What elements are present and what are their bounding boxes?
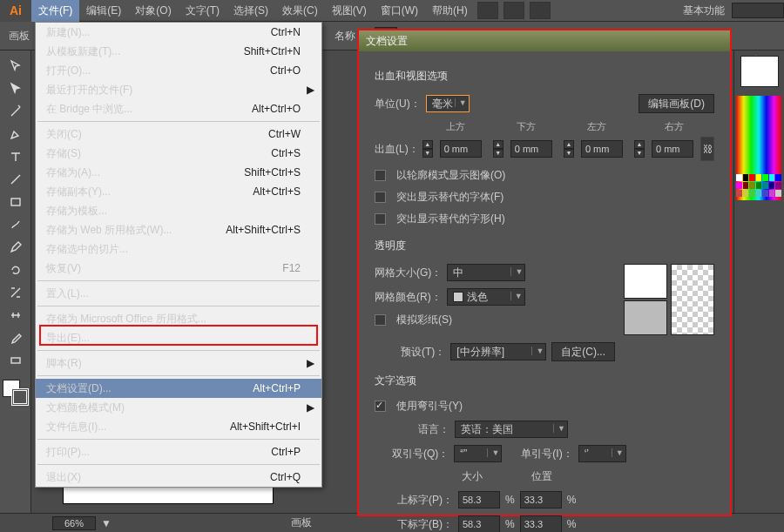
simulate-paper-label: 模拟彩纸(S) [396, 313, 452, 327]
preset-select[interactable]: [中分辨率]▼ [450, 343, 546, 360]
menu-item[interactable]: 存储为 Microsoft Office 所用格式... [36, 309, 321, 328]
pct-label: % [505, 494, 515, 506]
grid-size-select[interactable]: 中▼ [447, 264, 525, 281]
menu-item[interactable]: 关闭(C)Ctrl+W [36, 125, 321, 144]
status-artboard-label: 画板 [291, 515, 312, 530]
menu-item[interactable]: 导出(E)... [36, 328, 321, 347]
menu-item[interactable]: 脚本(R)▶ [36, 354, 321, 373]
preview-checker [671, 264, 714, 335]
section-type: 文字选项 [375, 374, 714, 388]
menu-item[interactable]: 存储为 Web 所用格式(W)...Alt+Shift+Ctrl+S [36, 220, 321, 239]
bleed-left-label: 左方 [564, 120, 631, 133]
language-select[interactable]: 英语：美国▼ [455, 421, 568, 438]
single-quote-select[interactable]: ‘’▼ [578, 445, 626, 462]
superscript-size-field[interactable]: 58.3 [458, 491, 500, 508]
menu-item[interactable]: 新建(N)...Ctrl+N [36, 23, 321, 42]
bleed-right-stepper[interactable]: ▲▼ [634, 140, 645, 158]
bleed-top-stepper[interactable]: ▲▼ [422, 140, 433, 158]
menu-item: 恢复(V)F12 [36, 259, 321, 278]
menu-item[interactable]: 文档设置(D)...Alt+Ctrl+P [36, 379, 321, 398]
arrange-icon[interactable] [530, 2, 551, 19]
menu-object[interactable]: 对象(O) [128, 0, 178, 22]
swatch-grid[interactable] [736, 174, 781, 244]
menu-item[interactable]: 存储(S)Ctrl+S [36, 144, 321, 163]
menubar: Ai 文件(F) 编辑(E) 对象(O) 文字(T) 选择(S) 效果(C) 视… [0, 0, 784, 22]
menu-select[interactable]: 选择(S) [226, 0, 275, 22]
menu-window[interactable]: 窗口(W) [374, 0, 425, 22]
workspace-label[interactable]: 基本功能 [683, 3, 725, 18]
menu-edit[interactable]: 编辑(E) [79, 0, 128, 22]
zoom-field[interactable]: 66% [52, 516, 96, 530]
subscript-size-field[interactable]: 58.3 [458, 515, 500, 532]
line-tool-icon[interactable] [4, 169, 27, 190]
menu-help[interactable]: 帮助(H) [425, 0, 475, 22]
scale-tool-icon[interactable] [4, 282, 27, 303]
menu-item[interactable]: 打印(P)...Ctrl+P [36, 442, 321, 461]
type-tool-icon[interactable] [4, 146, 27, 167]
bleed-right-label: 右方 [634, 120, 714, 133]
highlight-glyphs-checkbox[interactable] [375, 213, 386, 225]
highlight-fonts-label: 突出显示替代的字体(F) [396, 190, 504, 205]
brush-tool-icon[interactable] [4, 214, 27, 235]
menu-item[interactable]: 在 Bridge 中浏览...Alt+Ctrl+O [36, 99, 321, 118]
custom-button[interactable]: 自定(C)... [551, 342, 615, 361]
double-quote-label: 双引号(Q)： [392, 447, 449, 461]
menu-file[interactable]: 文件(F) [31, 0, 79, 22]
pen-tool-icon[interactable] [4, 124, 27, 145]
menu-item[interactable]: 存储副本(Y)...Alt+Ctrl+S [36, 182, 321, 201]
bleed-bottom-stepper[interactable]: ▲▼ [493, 140, 504, 158]
selection-tool-icon[interactable] [4, 56, 27, 77]
toolbox [0, 51, 31, 521]
menu-item[interactable]: 最近打开的文件(F)▶ [36, 80, 321, 99]
dialog-title: 文档设置 [359, 30, 730, 51]
pencil-tool-icon[interactable] [4, 237, 27, 258]
double-quote-select[interactable]: “”▼ [454, 445, 502, 462]
menu-item[interactable]: 退出(X)Ctrl+Q [36, 468, 321, 487]
subscript-pos-field[interactable]: 33.3 [520, 515, 562, 532]
menu-item[interactable]: 存储为(A)...Shift+Ctrl+S [36, 163, 321, 182]
highlight-fonts-checkbox[interactable] [375, 192, 386, 203]
bleed-bottom-field[interactable]: 0 mm [510, 140, 552, 158]
menu-view[interactable]: 视图(V) [325, 0, 374, 22]
rotate-tool-icon[interactable] [4, 259, 27, 280]
current-color-swatch[interactable] [740, 56, 779, 87]
superscript-label: 上标字(P)： [392, 493, 453, 508]
menu-item[interactable]: 打开(O)...Ctrl+O [36, 61, 321, 80]
menu-item[interactable]: 文档颜色模式(M)▶ [36, 398, 321, 417]
document-setup-dialog: 文档设置 出血和视图选项 单位(U)： 毫米▼ 编辑画板(D) 上方 下方 左方… [357, 29, 732, 516]
fill-stroke-icon[interactable] [3, 380, 29, 406]
direct-select-icon[interactable] [4, 78, 27, 99]
unit-select[interactable]: 毫米▼ [426, 95, 470, 112]
bleed-right-field[interactable]: 0 mm [652, 140, 693, 158]
menu-item[interactable]: 存储为模板... [36, 201, 321, 220]
menu-item[interactable]: 存储选中的切片... [36, 239, 321, 259]
bleed-left-field[interactable]: 0 mm [581, 140, 623, 158]
wand-tool-icon[interactable] [4, 101, 27, 122]
menu-type[interactable]: 文字(T) [179, 0, 226, 22]
superscript-pos-field[interactable]: 33.3 [520, 491, 562, 508]
menu-item[interactable]: 置入(L)... [36, 284, 321, 303]
menu-item[interactable]: 文件信息(I)...Alt+Shift+Ctrl+I [36, 417, 321, 436]
use-quotes-label: 使用弯引号(Y) [396, 399, 463, 414]
eyedrop-tool-icon[interactable] [4, 327, 27, 348]
gradient-tool-icon[interactable] [4, 350, 27, 371]
search-input[interactable] [732, 3, 784, 18]
edit-artboard-button[interactable]: 编辑画板(D) [639, 94, 714, 113]
layout-icon[interactable] [477, 2, 498, 19]
use-quotes-checkbox[interactable] [375, 401, 386, 412]
bleed-left-stepper[interactable]: ▲▼ [564, 140, 574, 158]
rect-tool-icon[interactable] [4, 192, 27, 212]
bleed-bottom-label: 下方 [493, 120, 560, 133]
grid-color-select[interactable]: 浅色▼ [447, 288, 525, 306]
width-tool-icon[interactable] [4, 305, 27, 326]
zoom-dd-icon[interactable]: ▼ [101, 517, 112, 529]
menu-effect[interactable]: 效果(C) [275, 0, 325, 22]
bleed-label: 出血(L)： [375, 142, 419, 157]
menu-item[interactable]: 从模板新建(T)...Shift+Ctrl+N [36, 42, 321, 61]
link-icon[interactable]: ⛓ [700, 137, 714, 161]
doc-icon[interactable] [504, 2, 524, 19]
section-transparency: 透明度 [375, 239, 714, 253]
bleed-top-field[interactable]: 0 mm [440, 140, 482, 158]
simulate-paper-checkbox[interactable] [375, 314, 386, 326]
outline-images-checkbox[interactable] [375, 170, 386, 181]
